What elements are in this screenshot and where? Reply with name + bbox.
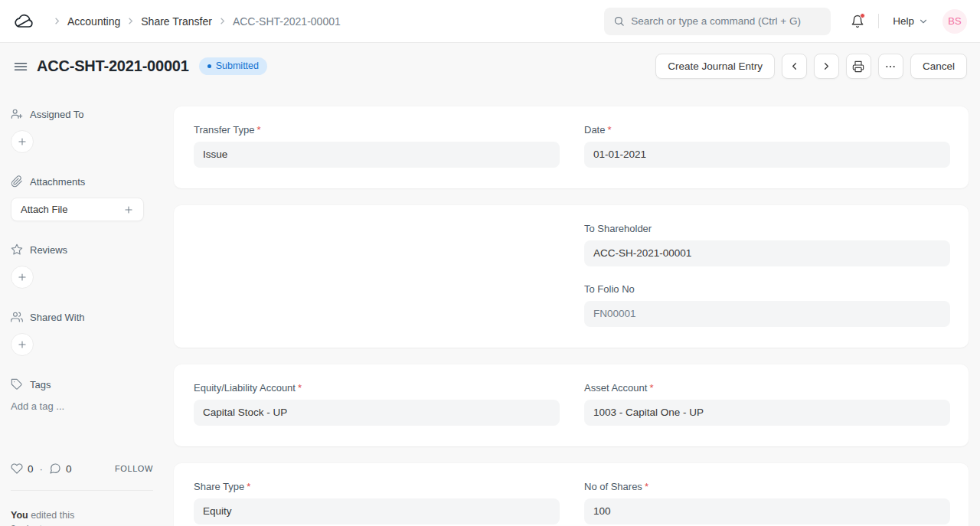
user-avatar[interactable]: BS — [942, 9, 967, 34]
print-button[interactable] — [846, 54, 871, 79]
add-assignment-button[interactable] — [11, 130, 34, 153]
form-section-shares: Share Type* Equity No of Shares* 100 Fro… — [174, 463, 969, 526]
field-label: No of Shares* — [584, 481, 950, 492]
field-label: To Folio No — [584, 283, 950, 295]
tags-section: Tags Add a tag ... — [11, 378, 153, 412]
no-of-shares-input[interactable]: 100 — [584, 498, 950, 524]
more-actions-button[interactable] — [878, 54, 903, 79]
activity-actor: You — [11, 510, 28, 521]
help-menu[interactable]: Help — [893, 15, 929, 27]
attach-file-button[interactable]: Attach File — [11, 198, 144, 221]
plus-icon — [17, 339, 28, 350]
required-asterisk: * — [607, 124, 611, 136]
attach-file-label: Attach File — [21, 204, 67, 215]
field-label: Equity/Liability Account* — [194, 382, 560, 394]
share-type-input[interactable]: Equity — [194, 498, 560, 524]
assigned-to-section: Assigned To — [11, 108, 153, 153]
plus-icon — [17, 272, 28, 283]
chevron-left-icon — [789, 60, 800, 72]
form-section-accounts: Equity/Liability Account* Capital Stock … — [174, 364, 969, 446]
tags-label: Tags — [30, 379, 51, 390]
navbar-divider — [878, 14, 879, 28]
previous-document-button[interactable] — [782, 54, 807, 79]
comment-icon[interactable] — [49, 462, 61, 475]
field-label: To Shareholder — [584, 223, 950, 234]
required-asterisk: * — [298, 382, 302, 394]
field-share-type: Share Type* Equity — [194, 481, 560, 524]
required-asterisk: * — [247, 481, 250, 492]
page-header: ACC-SHT-2021-00001 Submitted Create Jour… — [0, 43, 980, 90]
chevron-down-icon — [918, 16, 929, 27]
activity-entry-edited: You edited this 3 minutes ago — [11, 508, 153, 526]
date-input[interactable]: 01-01-2021 — [584, 142, 950, 168]
chevron-right-icon — [217, 15, 228, 27]
follow-button[interactable]: FOLLOW — [115, 464, 153, 473]
users-icon — [11, 311, 23, 323]
search-input[interactable] — [631, 15, 822, 27]
next-document-button[interactable] — [814, 54, 839, 79]
create-journal-entry-button[interactable]: Create Journal Entry — [655, 54, 775, 79]
tags-heading: Tags — [11, 378, 153, 390]
form-section-basic: Transfer Type* Issue Date* 01-01-2021 — [174, 106, 969, 188]
shared-with-heading: Shared With — [11, 311, 153, 323]
search-icon — [613, 15, 625, 27]
required-asterisk: * — [649, 382, 653, 394]
reviews-heading: Reviews — [11, 243, 153, 256]
cancel-button[interactable]: Cancel — [910, 54, 967, 79]
required-asterisk: * — [256, 124, 260, 136]
top-navbar: Accounting Share Transfer ACC-SHT-2021-0… — [0, 0, 980, 43]
status-badge: Submitted — [199, 57, 267, 75]
notification-dot — [860, 13, 865, 18]
chevron-right-icon — [125, 15, 136, 27]
sidebar-divider — [11, 490, 153, 491]
notifications-bell-icon[interactable] — [851, 15, 864, 28]
star-icon — [11, 243, 23, 256]
field-transfer-type: Transfer Type* Issue — [194, 124, 560, 168]
breadcrumb-share-transfer[interactable]: Share Transfer — [141, 15, 212, 28]
breadcrumb-current-doc: ACC-SHT-2021-00001 — [233, 15, 341, 28]
ellipsis-icon — [884, 60, 897, 73]
content-area: Assigned To Attachments Attach File — [0, 90, 980, 526]
field-to-shareholder: To Shareholder ACC-SH-2021-00001 — [584, 223, 950, 266]
add-tag-input[interactable]: Add a tag ... — [11, 400, 153, 412]
transfer-type-input[interactable]: Issue — [194, 142, 560, 168]
to-shareholder-input[interactable]: ACC-SH-2021-00001 — [584, 240, 950, 266]
paperclip-icon — [11, 175, 23, 188]
assigned-to-label: Assigned To — [30, 109, 84, 120]
breadcrumb-accounting[interactable]: Accounting — [67, 15, 120, 28]
field-label: Share Type* — [194, 481, 560, 492]
document-sidebar: Assigned To Attachments Attach File — [11, 106, 153, 526]
add-review-button[interactable] — [11, 266, 34, 289]
activity-action: edited this — [31, 510, 74, 521]
shared-with-section: Shared With — [11, 311, 153, 356]
heart-icon[interactable] — [11, 462, 23, 475]
empty-column — [194, 223, 560, 266]
breadcrumb: Accounting Share Transfer ACC-SHT-2021-0… — [47, 15, 341, 28]
reviews-label: Reviews — [30, 244, 67, 256]
global-search[interactable] — [604, 8, 831, 35]
field-label: Transfer Type* — [194, 124, 560, 136]
like-count[interactable]: 0 — [28, 463, 34, 475]
attachments-section: Attachments Attach File — [11, 175, 153, 221]
add-share-button[interactable] — [11, 333, 34, 356]
plus-icon — [123, 204, 134, 215]
field-date: Date* 01-01-2021 — [584, 124, 950, 168]
tag-icon — [11, 378, 23, 390]
app-logo-icon[interactable] — [13, 12, 36, 31]
sidebar-toggle-icon[interactable] — [13, 59, 28, 74]
attachments-heading: Attachments — [11, 175, 153, 188]
plus-icon — [17, 136, 28, 147]
field-asset-account: Asset Account* 1003 - Capital One - UP — [584, 382, 950, 426]
to-folio-no-input[interactable]: FN00001 — [584, 301, 950, 327]
empty-column — [194, 283, 560, 327]
shared-with-label: Shared With — [30, 312, 85, 323]
header-actions: Create Journal Entry Cancel — [655, 54, 967, 79]
engagement-row: 0 · 0 FOLLOW — [11, 462, 153, 475]
comment-count[interactable]: 0 — [66, 463, 72, 475]
asset-account-input[interactable]: 1003 - Capital One - UP — [584, 400, 950, 426]
printer-icon — [852, 60, 864, 73]
equity-liability-account-input[interactable]: Capital Stock - UP — [194, 400, 560, 426]
navbar-right: Help BS — [604, 8, 967, 35]
dot-separator: · — [40, 463, 44, 475]
field-no-of-shares: No of Shares* 100 — [584, 481, 950, 524]
